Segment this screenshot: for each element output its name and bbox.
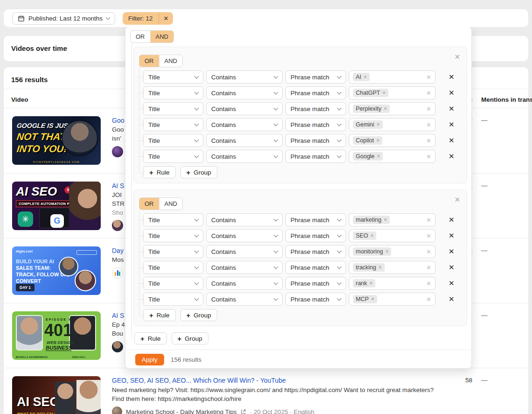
- video-thumbnail[interactable]: GOOGLE IS JUST NOT THAT INTO YOU! NICEXP…: [12, 116, 101, 165]
- add-group-button[interactable]: +Group: [180, 166, 217, 178]
- operator-select[interactable]: Contains: [206, 245, 283, 258]
- remove-tag-icon[interactable]: ×: [371, 296, 374, 302]
- value-input[interactable]: Copilot× ✕: [349, 134, 435, 147]
- clear-input-icon[interactable]: ✕: [426, 90, 431, 97]
- delete-group-icon[interactable]: ✕: [454, 196, 460, 204]
- clear-input-icon[interactable]: ✕: [426, 280, 431, 287]
- remove-tag-icon[interactable]: ×: [377, 121, 380, 128]
- channel-avatar[interactable]: [112, 407, 122, 414]
- value-input[interactable]: marketing× ✕: [349, 213, 435, 226]
- group-and-option[interactable]: AND: [159, 198, 182, 210]
- delete-rule-icon[interactable]: ✕: [449, 232, 455, 240]
- delete-rule-icon[interactable]: ✕: [449, 73, 455, 81]
- value-input[interactable]: SEO× ✕: [349, 229, 435, 242]
- group-or-option[interactable]: OR: [139, 55, 159, 67]
- field-select[interactable]: Title: [143, 261, 203, 274]
- add-rule-button[interactable]: +Rule: [143, 309, 176, 321]
- value-input[interactable]: ChatGPT× ✕: [349, 86, 435, 99]
- clear-input-icon[interactable]: ✕: [426, 232, 431, 239]
- match-type-select[interactable]: Phrase match: [285, 229, 346, 242]
- delete-rule-icon[interactable]: ✕: [449, 263, 455, 272]
- value-input[interactable]: AI× ✕: [349, 70, 435, 84]
- video-thumbnail[interactable]: EPISODE # 401 WEB DESIGN BUSINESS MICHEL…: [12, 311, 101, 360]
- remove-tag-icon[interactable]: ×: [370, 232, 373, 239]
- remove-filter-icon[interactable]: ✕: [159, 12, 173, 25]
- video-thumbnail[interactable]: HighLevel BUILD YOUR AI SALES TEAM: TRAC…: [12, 246, 101, 295]
- field-select[interactable]: Title: [143, 134, 203, 147]
- operator-select[interactable]: Contains: [206, 102, 283, 115]
- operator-select[interactable]: Contains: [206, 261, 283, 274]
- value-input[interactable]: Google× ✕: [349, 150, 435, 163]
- clear-input-icon[interactable]: ✕: [426, 217, 431, 224]
- field-select[interactable]: Title: [143, 86, 203, 99]
- channel-avatar[interactable]: [112, 146, 123, 157]
- operator-select[interactable]: Contains: [206, 86, 283, 99]
- group-and-option[interactable]: AND: [159, 55, 182, 67]
- operator-select[interactable]: Contains: [206, 277, 283, 290]
- field-select[interactable]: Title: [143, 70, 203, 84]
- operator-select[interactable]: Contains: [206, 213, 283, 226]
- clear-input-icon[interactable]: ✕: [426, 105, 431, 112]
- active-filter-badge[interactable]: Filter: 12 ✕: [123, 12, 173, 25]
- delete-rule-icon[interactable]: ✕: [449, 105, 455, 113]
- value-input[interactable]: rank× ✕: [349, 277, 435, 290]
- remove-tag-icon[interactable]: ×: [377, 153, 380, 160]
- operator-select[interactable]: Contains: [206, 229, 283, 242]
- add-rule-button[interactable]: +Rule: [143, 166, 176, 178]
- value-input[interactable]: Perplexity× ✕: [349, 102, 435, 115]
- remove-tag-icon[interactable]: ×: [384, 217, 387, 223]
- delete-rule-icon[interactable]: ✕: [449, 136, 455, 145]
- apply-button[interactable]: Apply: [135, 354, 164, 365]
- remove-tag-icon[interactable]: ×: [379, 264, 382, 271]
- value-input[interactable]: tracking× ✕: [349, 261, 435, 274]
- match-type-select[interactable]: Phrase match: [285, 86, 346, 99]
- field-select[interactable]: Title: [143, 118, 203, 131]
- match-type-select[interactable]: Phrase match: [285, 102, 346, 115]
- clear-input-icon[interactable]: ✕: [426, 74, 431, 81]
- delete-rule-icon[interactable]: ✕: [449, 152, 455, 161]
- remove-tag-icon[interactable]: ×: [384, 105, 387, 112]
- operator-select[interactable]: Contains: [206, 118, 283, 131]
- match-type-select[interactable]: Phrase match: [285, 261, 346, 274]
- channel-avatar[interactable]: [112, 220, 123, 231]
- clear-input-icon[interactable]: ✕: [426, 296, 431, 303]
- remove-tag-icon[interactable]: ×: [382, 90, 386, 96]
- delete-rule-icon[interactable]: ✕: [449, 120, 455, 129]
- field-select[interactable]: Title: [143, 229, 203, 242]
- add-group-button[interactable]: +Group: [180, 309, 217, 321]
- video-title-link[interactable]: GEO, SEO, AI SEO, AEO... Which One Will …: [112, 376, 438, 385]
- clear-input-icon[interactable]: ✕: [426, 264, 431, 271]
- match-type-select[interactable]: Phrase match: [285, 213, 346, 226]
- operator-select[interactable]: Contains: [206, 293, 283, 306]
- match-type-select[interactable]: Phrase match: [285, 150, 346, 163]
- delete-group-icon[interactable]: ✕: [454, 53, 460, 61]
- field-select[interactable]: Title: [143, 293, 203, 306]
- clear-input-icon[interactable]: ✕: [426, 137, 431, 144]
- operator-select[interactable]: Contains: [206, 134, 283, 147]
- root-or-option[interactable]: OR: [131, 31, 150, 42]
- clear-input-icon[interactable]: ✕: [426, 121, 431, 128]
- delete-rule-icon[interactable]: ✕: [449, 279, 455, 288]
- clear-input-icon[interactable]: ✕: [426, 153, 431, 160]
- root-and-option[interactable]: AND: [150, 31, 173, 42]
- clear-input-icon[interactable]: ✕: [426, 248, 431, 255]
- video-thumbnail[interactable]: AI SEO IN 2025 COMPLETE AUTOMATION PLAYB…: [12, 182, 101, 230]
- delete-rule-icon[interactable]: ✕: [449, 216, 455, 224]
- external-link-icon[interactable]: [241, 409, 246, 414]
- delete-rule-icon[interactable]: ✕: [449, 247, 455, 256]
- channel-name-link[interactable]: Marketing School - Daily Marketing Tips: [126, 408, 237, 414]
- remove-tag-icon[interactable]: ×: [369, 280, 373, 287]
- operator-select[interactable]: Contains: [206, 150, 283, 163]
- match-type-select[interactable]: Phrase match: [285, 293, 346, 306]
- match-type-select[interactable]: Phrase match: [285, 118, 346, 131]
- published-date-filter-button[interactable]: Published: Last 12 months: [12, 12, 115, 25]
- field-select[interactable]: Title: [143, 277, 203, 290]
- match-type-select[interactable]: Phrase match: [285, 277, 346, 290]
- value-input[interactable]: monitoring× ✕: [349, 245, 435, 258]
- field-select[interactable]: Title: [143, 245, 203, 258]
- operator-select[interactable]: Contains: [206, 70, 283, 84]
- delete-rule-icon[interactable]: ✕: [449, 89, 455, 97]
- match-type-select[interactable]: Phrase match: [285, 134, 346, 147]
- field-select[interactable]: Title: [143, 102, 203, 115]
- delete-rule-icon[interactable]: ✕: [449, 295, 455, 303]
